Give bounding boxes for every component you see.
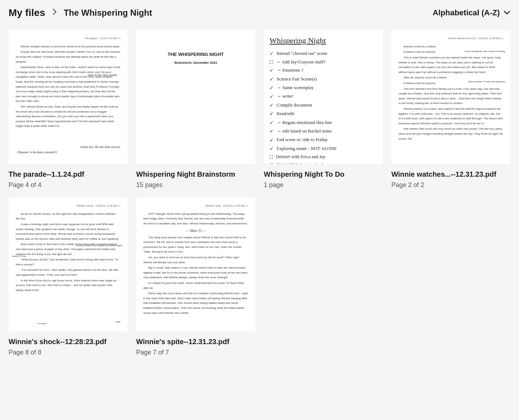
todo-text: Exploring estate - NOT ALONE [277,145,337,152]
todo-text: CHANGE Winnie's shock scene [276,161,336,164]
handwritten-annotation: of course, [37,322,47,326]
file-name: Winnie watches...--12.31.23.pdf [391,170,510,178]
checkmark-icon: ✓ [269,145,274,152]
todo-item: ✓Reread "chewed out" scene [269,50,377,57]
thumb-text: This isn't Winnie's first time facing su… [399,87,503,106]
checkbox-icon [269,163,273,164]
todo-text: → Emotions ? [277,67,303,74]
thumb-text: This is what Winnie considers as she sta… [399,55,503,74]
file-meta: Page 2 of 2 [391,181,510,189]
todo-item: ✓→ Regain emotional thru line [269,119,377,126]
thumb-text: Anyone could be a Diana. [399,44,503,49]
file-name: Whispering Night Brainstorm [136,170,255,178]
thumb-text: In the time it took him to say those wor… [16,278,120,293]
file-meta: 15 pages [136,181,255,189]
todo-text: Debrief with Erica and Jay [276,153,325,161]
thumb-text-italic: WTF Triangle: these three young adults b… [143,212,248,226]
todo-text: Compile document [277,102,312,109]
todo-item: ✓→ Emotions ? [269,66,377,74]
checkmark-icon: ✓ [269,101,274,109]
file-card[interactable]: Whispering Night ✓Reread "chewed out" sc… [264,30,383,189]
file-card[interactable]: Winnie's spite - 12/31/23, 11:09 AM / 1 … [136,197,255,356]
handwritten-annotation: winnie says. He asks them anyway. [80,145,120,150]
thumb-header: The parade - 1/1/24, 8:44 AM / 1 [16,36,120,41]
handwritten-annotation: Instead, room [12,254,26,259]
thumb-text: Winnie pushes out a hand. She wants to f… [399,107,503,126]
todo-text: → write! [277,93,293,100]
todo-text: Science Fair Scene(s) [277,76,317,83]
checkmark-icon: ✓ [269,136,274,144]
todo-item: Debrief with Erica and Jay [269,153,377,161]
todo-item: ✓Science Fair Scene(s) [269,75,377,83]
sort-dropdown[interactable]: Alphabetical (A-Z) [433,8,510,17]
checkmark-icon: ✓ [269,84,274,92]
file-name: Winnie's spite--12.31.23.pdf [136,338,255,346]
handwritten-annotation: since its has claws parade [88,73,117,78]
breadcrumb-current[interactable]: The Whispering Night [64,8,152,18]
file-thumbnail: Whispering Night ✓Reread "chewed out" sc… [264,30,383,164]
thumb-text: "What are you doing?" she demanded, tota… [16,257,120,267]
file-thumbnail: Winnie's shock - 12/28/23, 11:46 AM / 1 … [9,197,128,331]
handwritten-annotation: — Mars ⓒ — [143,228,248,234]
checkmark-icon: ✓ [269,75,274,83]
thumb-subtitle: Brainstorm, December 2023 [143,60,248,66]
file-grid: The parade - 1/1/24, 8:44 AM / 1 Winnie … [9,30,510,356]
breadcrumb: My files The Whispering Night [9,7,152,19]
thumb-text: The thing most people don't realize abou… [143,235,248,254]
todo-item: ✓Compile document [269,101,377,109]
handwritten-title: Whispering Night [269,34,377,47]
file-card[interactable]: Winnie's shock - 12/28/23, 11:46 AM / 1 … [9,197,128,356]
thumb-text: "You shouldn't be here," Dad replied. Hi… [16,268,120,277]
file-thumbnail: THE WHISPERING NIGHT Brainstorm, Decembe… [136,30,255,164]
thumb-text: Headmaster Gina—who is also on the boat—… [16,65,120,104]
todo-text: Read/edit [277,110,294,118]
thumb-header: Winnie's shock - 12/28/23, 11:46 AM / 1 [16,204,120,208]
todo-item: ✓→ write! [269,93,377,100]
checkmark-icon: ✓ [269,93,274,100]
todo-text: Reread "chewed out" scene [277,50,327,57]
file-card[interactable]: The parade - 1/1/24, 8:44 AM / 1 Winnie … [9,30,128,189]
thumb-text: Dryden tells her she must. She tells Dry… [16,50,120,64]
todo-item: ✓End scene w/ ride to Friday [269,136,377,144]
thumb-header: Winnie's spite - 12/31/23, 11:09 AM / 1 [143,204,248,208]
thumb-text: As far as Winnie knows, on the night her… [16,212,120,221]
thumb-text: After all, anyone could be a Diana. [399,75,503,80]
todo-item: CHANGE Winnie's shock scene [269,161,377,164]
handwritten-annotation: faint reminder of what just happened [468,80,505,84]
todo-item: → Add Jay/Grayson stuff? [269,58,377,66]
todo-text: → Add Jay/Grayson stuff? [276,58,325,66]
checkmark-icon: ✓ [269,127,274,135]
thumb-text: RIP, Winnie thinks as she, Gina, and Dry… [16,104,120,129]
todo-text: → Same screenplay [277,84,314,92]
thumb-text: Big or small, high stakes or low, Winnie… [143,265,248,280]
thumb-text: Either way, the crow made one hell of a … [143,291,248,315]
thumb-header: Winnie watches the crow - 12/31/23, 10:4… [399,36,503,41]
handwritten-annotation: slowly straightens. Her locket's brandin… [464,50,505,54]
todo-item: ✓→ Same screenplay [269,84,377,92]
file-meta: Page 7 of 7 [136,349,255,356]
checkbox-icon [269,60,273,64]
thumb-text: Winnie outright refuses to throw the can… [16,44,120,49]
todo-item: ✓Exploring estate - NOT ALONE [269,145,377,152]
thumb-text: It was a Monday night, and Mom was suppo… [16,222,120,241]
chevron-right-icon [52,8,57,17]
file-meta: Page 8 of 8 [9,349,128,356]
file-card[interactable]: THE WHISPERING NIGHT Brainstorm, Decembe… [136,30,255,189]
checkbox-icon [269,155,273,159]
handwritten-annotation: Dad had said he'd be at Mario's for D&D … [76,244,122,248]
file-meta: Page 4 of 4 [9,181,128,189]
file-thumbnail: Winnie watches the crow - 12/31/23, 10:4… [391,30,510,164]
thumb-text: Oh, you want to hunt her ex best friend … [143,255,248,265]
file-card[interactable]: Winnie watches the crow - 12/31/23, 10:4… [391,30,510,189]
todo-text: End scene w/ ride to Friday [277,136,328,144]
sort-label: Alphabetical (A-Z) [433,8,500,17]
todo-text: → Regain emotional thru line [277,119,332,126]
thumb-text: She wishes Dad could see how much his ma… [399,126,503,141]
checkmark-icon: ✓ [269,119,274,126]
checkmark-icon: ✓ [269,50,274,57]
thumb-title: THE WHISPERING NIGHT [143,51,248,58]
file-thumbnail: The parade - 1/1/24, 8:44 AM / 1 Winnie … [9,30,128,164]
file-name: Winnie's shock--12:28:23.pdf [9,338,128,346]
breadcrumb-root[interactable]: My files [9,7,45,19]
chevron-down-icon [503,10,510,16]
